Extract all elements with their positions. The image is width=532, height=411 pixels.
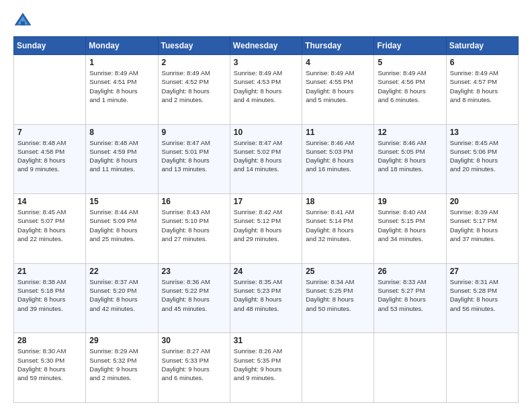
day-info-line: and 45 minutes. [162,304,226,313]
day-info: Sunrise: 8:39 AMSunset: 5:17 PMDaylight:… [450,208,515,243]
day-info-line: Sunrise: 8:49 AM [162,68,226,77]
day-info-line: Sunset: 5:30 PM [17,356,82,365]
calendar-cell [14,55,86,125]
day-info-line: Sunset: 5:06 PM [450,147,515,156]
day-info-line: Sunset: 5:12 PM [234,216,298,225]
calendar-table: SundayMondayTuesdayWednesdayThursdayFrid… [13,36,519,403]
calendar-cell: 25Sunrise: 8:34 AMSunset: 5:25 PMDayligh… [302,263,374,333]
day-info-line: and 56 minutes. [450,304,515,313]
day-number: 6 [450,58,515,67]
day-number: 18 [306,197,370,206]
day-info: Sunrise: 8:49 AMSunset: 4:53 PMDaylight:… [234,68,298,104]
day-info-line: Sunrise: 8:46 AM [306,138,370,147]
calendar-week-row: 21Sunrise: 8:38 AMSunset: 5:18 PMDayligh… [14,263,519,333]
day-info-line: and 48 minutes. [234,304,298,313]
day-info-line: and 8 minutes. [450,95,515,104]
day-info: Sunrise: 8:47 AMSunset: 5:02 PMDaylight:… [234,138,298,174]
day-info-line: Sunset: 5:35 PM [234,356,298,365]
calendar-cell [374,333,446,403]
calendar-cell: 3Sunrise: 8:49 AMSunset: 4:53 PMDaylight… [230,55,302,125]
day-info-line: Daylight: 8 hours [89,156,154,165]
calendar-cell: 31Sunrise: 8:26 AMSunset: 5:35 PMDayligh… [230,333,302,403]
day-info-line: Daylight: 8 hours [378,87,442,95]
day-info: Sunrise: 8:49 AMSunset: 4:52 PMDaylight:… [162,68,226,104]
calendar-cell: 27Sunrise: 8:31 AMSunset: 5:28 PMDayligh… [446,263,518,333]
day-info-line: Daylight: 8 hours [306,295,370,304]
day-info-line: Sunset: 5:20 PM [89,286,154,295]
day-info-line: and 29 minutes. [234,234,298,243]
day-number: 31 [234,336,298,345]
day-info-line: Sunset: 5:23 PM [234,286,298,295]
day-info-line: and 1 minute. [89,95,154,104]
day-info-line: and 11 minutes. [89,165,154,173]
day-info-line: Sunset: 5:15 PM [378,216,442,225]
day-info-line: Daylight: 8 hours [378,226,442,234]
day-info-line: Sunrise: 8:45 AM [17,208,82,216]
day-info: Sunrise: 8:49 AMSunset: 4:51 PMDaylight:… [89,68,154,104]
day-info: Sunrise: 8:33 AMSunset: 5:27 PMDaylight:… [378,277,442,313]
day-info-line: Sunrise: 8:40 AM [378,208,442,216]
calendar-cell: 2Sunrise: 8:49 AMSunset: 4:52 PMDaylight… [158,55,230,125]
calendar-body: 1Sunrise: 8:49 AMSunset: 4:51 PMDaylight… [14,55,519,403]
header-day: Friday [374,37,446,55]
day-info-line: and 6 minutes. [162,373,226,382]
day-info-line: Sunrise: 8:33 AM [378,277,442,286]
day-info-line: Daylight: 8 hours [89,87,154,95]
calendar-cell: 13Sunrise: 8:45 AMSunset: 5:06 PMDayligh… [446,124,518,194]
calendar-cell: 15Sunrise: 8:44 AMSunset: 5:09 PMDayligh… [86,194,158,264]
day-info: Sunrise: 8:48 AMSunset: 4:58 PMDaylight:… [17,138,82,174]
day-info: Sunrise: 8:31 AMSunset: 5:28 PMDaylight:… [450,277,515,313]
day-info-line: and 4 minutes. [234,95,298,104]
day-info-line: and 22 minutes. [17,234,82,243]
day-info-line: Daylight: 8 hours [378,295,442,304]
day-number: 20 [450,197,515,206]
day-info-line: Daylight: 9 hours [162,365,226,373]
day-number: 5 [378,58,442,67]
calendar-week-row: 28Sunrise: 8:30 AMSunset: 5:30 PMDayligh… [14,333,519,403]
day-info-line: and 18 minutes. [378,165,442,173]
calendar-cell: 10Sunrise: 8:47 AMSunset: 5:02 PMDayligh… [230,124,302,194]
calendar-cell [302,333,374,403]
calendar-cell: 1Sunrise: 8:49 AMSunset: 4:51 PMDaylight… [86,55,158,125]
day-info-line: and 14 minutes. [234,165,298,173]
calendar-cell: 28Sunrise: 8:30 AMSunset: 5:30 PMDayligh… [14,333,86,403]
day-info-line: Sunset: 5:09 PM [89,216,154,225]
day-info-line: and 32 minutes. [306,234,370,243]
day-info-line: Sunrise: 8:27 AM [162,347,226,355]
day-number: 15 [89,197,154,206]
calendar-page: SundayMondayTuesdayWednesdayThursdayFrid… [0,0,532,411]
day-number: 16 [162,197,226,206]
day-info: Sunrise: 8:45 AMSunset: 5:07 PMDaylight:… [17,208,82,243]
header-day: Sunday [14,37,86,55]
day-info-line: Daylight: 8 hours [450,226,515,234]
calendar-week-row: 7Sunrise: 8:48 AMSunset: 4:58 PMDaylight… [14,124,519,194]
day-info: Sunrise: 8:34 AMSunset: 5:25 PMDaylight:… [306,277,370,313]
day-info-line: Daylight: 9 hours [234,365,298,373]
calendar-cell: 5Sunrise: 8:49 AMSunset: 4:56 PMDaylight… [374,55,446,125]
day-info-line: Sunrise: 8:44 AM [89,208,154,216]
day-info: Sunrise: 8:30 AMSunset: 5:30 PMDaylight:… [17,347,82,382]
day-info-line: Sunrise: 8:29 AM [89,347,154,355]
header-day: Wednesday [230,37,302,55]
day-info: Sunrise: 8:47 AMSunset: 5:01 PMDaylight:… [162,138,226,174]
day-info: Sunrise: 8:46 AMSunset: 5:05 PMDaylight:… [378,138,442,174]
day-number: 4 [306,58,370,67]
day-info-line: Daylight: 8 hours [306,156,370,165]
day-number: 30 [162,336,226,345]
day-info: Sunrise: 8:37 AMSunset: 5:20 PMDaylight:… [89,277,154,313]
day-number: 10 [234,128,298,137]
day-info-line: Sunset: 5:32 PM [89,356,154,365]
day-info: Sunrise: 8:43 AMSunset: 5:10 PMDaylight:… [162,208,226,243]
day-info-line: Sunrise: 8:49 AM [234,68,298,77]
day-info-line: Daylight: 8 hours [89,295,154,304]
day-info-line: Daylight: 8 hours [234,156,298,165]
calendar-cell: 18Sunrise: 8:41 AMSunset: 5:14 PMDayligh… [302,194,374,264]
day-info-line: Sunset: 4:58 PM [17,147,82,156]
day-info-line: and 13 minutes. [162,165,226,173]
day-number: 21 [17,267,82,276]
day-info-line: and 25 minutes. [89,234,154,243]
day-info-line: Daylight: 8 hours [306,87,370,95]
day-info-line: Sunset: 4:55 PM [306,77,370,86]
day-number: 8 [89,128,154,137]
day-info-line: Sunset: 5:22 PM [162,286,226,295]
